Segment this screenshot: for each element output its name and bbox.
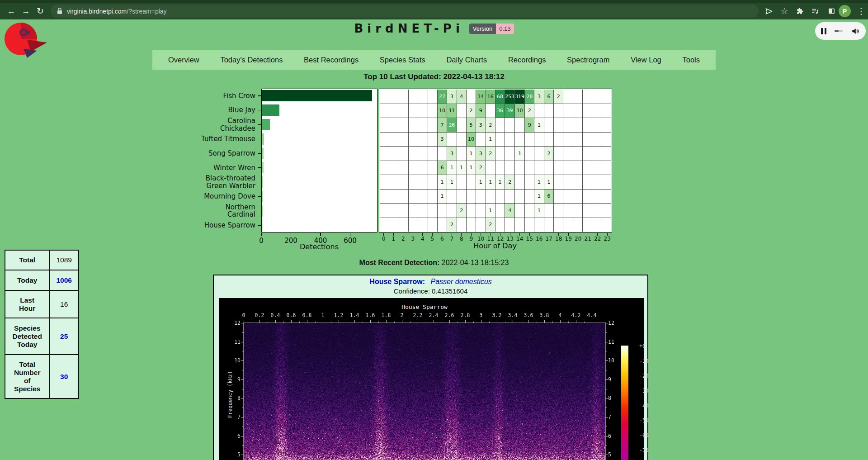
pause-icon[interactable] — [821, 28, 826, 34]
heatmap-cell — [495, 161, 505, 175]
heatmap-cell — [389, 218, 398, 232]
seek-slider[interactable] — [835, 30, 843, 32]
forward-icon[interactable]: → — [19, 3, 33, 19]
bar-axis-tick — [261, 233, 261, 236]
extensions-icon[interactable] — [793, 3, 807, 19]
nav-item-view-log[interactable]: View Log — [631, 56, 661, 64]
bookmark-star-icon[interactable]: ☆ — [778, 3, 791, 19]
species-tick — [258, 110, 261, 110]
heatmap-cell: 39 — [505, 104, 514, 118]
send-icon[interactable] — [762, 3, 776, 19]
time-tick-label: 4.2 — [568, 312, 584, 318]
nav-item-overview[interactable]: Overview — [168, 56, 199, 64]
hour-axis-tick-label: 23 — [602, 236, 613, 242]
time-tick-label: 2.4 — [425, 312, 442, 318]
heatmap-cell: 319 — [515, 90, 524, 104]
time-tick-label: 0.2 — [251, 312, 268, 318]
freq-tick-label: 10 — [608, 357, 621, 364]
stats-value[interactable]: 30 — [49, 355, 79, 398]
back-icon[interactable]: ← — [5, 3, 18, 19]
kebab-menu-icon[interactable]: ⋮ — [854, 3, 868, 19]
heatmap-cell — [418, 118, 427, 132]
species-label: Blue Jay — [181, 106, 255, 114]
browser-toolbar: ← → ↻ virginia.birdnetpi.com/?stream=pla… — [0, 3, 868, 19]
side-panel-icon[interactable] — [825, 3, 838, 19]
heatmap-cell: 1 — [486, 175, 495, 189]
heatmap-cell — [505, 118, 514, 132]
heatmap-cell — [476, 133, 485, 147]
heatmap-cell: 2 — [554, 90, 563, 104]
time-tick — [481, 320, 481, 323]
url-bar[interactable]: virginia.birdnetpi.com/?stream=play — [51, 5, 759, 18]
heatmap-cell — [592, 118, 601, 132]
heatmap-cell — [380, 147, 389, 161]
time-minor-tick — [283, 322, 284, 323]
freq-tick-label: 9 — [228, 376, 241, 383]
heatmap-cell — [409, 190, 418, 204]
detection-species[interactable]: House Sparrow: — [369, 278, 425, 285]
freq-minor-tick — [605, 351, 607, 351]
time-tick — [449, 320, 450, 323]
time-tick — [244, 320, 244, 323]
playlist-music-icon[interactable] — [808, 3, 822, 19]
freq-minor-tick — [242, 332, 244, 333]
heatmap-cell — [409, 118, 418, 132]
heatmap-cell: 4 — [505, 204, 514, 218]
profile-avatar[interactable]: P — [839, 5, 851, 17]
heatmap-cell — [438, 218, 447, 232]
freq-tick — [605, 379, 608, 380]
heatmap-cell — [602, 204, 611, 218]
hour-axis-tick-label: 1 — [388, 236, 399, 242]
heatmap-cell — [389, 90, 398, 104]
freq-tick — [605, 436, 608, 436]
heatmap-cell — [380, 104, 389, 118]
heatmap-cell — [525, 204, 534, 218]
nav-item-today-s-detections[interactable]: Today's Detections — [220, 56, 283, 64]
nav-item-tools[interactable]: Tools — [682, 56, 700, 64]
time-tick — [291, 320, 292, 323]
stats-label: Today — [5, 270, 49, 290]
hour-axis-tick-label: 4 — [417, 236, 428, 242]
heatmap-cell — [505, 190, 514, 204]
stats-value[interactable]: 1006 — [49, 270, 79, 290]
nav-item-best-recordings[interactable]: Best Recordings — [304, 56, 359, 64]
heatmap-cell — [602, 161, 611, 175]
stats-value[interactable]: 25 — [49, 318, 79, 355]
species-bar — [262, 90, 372, 101]
time-tick — [544, 320, 545, 323]
time-minor-tick — [347, 322, 347, 323]
time-tick — [434, 320, 434, 323]
heatmap-cell — [505, 218, 514, 232]
heatmap-cell — [534, 147, 543, 161]
volume-icon[interactable] — [851, 27, 860, 35]
time-minor-tick — [299, 322, 300, 323]
audio-player[interactable] — [815, 22, 866, 40]
heatmap-cell: 1 — [534, 204, 543, 218]
time-minor-tick — [268, 322, 268, 323]
heatmap-cell — [399, 190, 408, 204]
bar-axis-tick-label: 0 — [252, 237, 270, 245]
heatmap-cell — [563, 90, 572, 104]
time-tick — [275, 320, 276, 323]
nav-item-recordings[interactable]: Recordings — [508, 56, 546, 64]
time-tick — [560, 320, 561, 323]
heatmap-cell — [515, 133, 524, 147]
nav-item-species-stats[interactable]: Species Stats — [380, 56, 425, 64]
confidence-label: Confidence: — [394, 287, 430, 295]
heatmap-cell: 26 — [447, 118, 456, 132]
heatmap-cell — [525, 175, 534, 189]
nav-item-spectrogram[interactable]: Spectrogram — [567, 56, 609, 64]
time-tick-label: 3.6 — [520, 312, 537, 318]
heatmap-cell — [573, 147, 582, 161]
species-label: House Sparrow — [181, 222, 255, 229]
heatmap-cell — [389, 161, 398, 175]
detection-panel: House Sparrow: Passer domesticus Confide… — [213, 275, 648, 460]
time-minor-tick — [378, 322, 379, 323]
heatmap-cell — [418, 161, 427, 175]
heatmap-cell: 2 — [525, 104, 534, 118]
freq-tick-label: 12 — [228, 320, 241, 326]
heatmap-cell — [447, 204, 456, 218]
reload-icon[interactable]: ↻ — [33, 3, 47, 19]
nav-item-daily-charts[interactable]: Daily Charts — [446, 56, 487, 64]
heatmap-cell: 1 — [438, 190, 447, 204]
